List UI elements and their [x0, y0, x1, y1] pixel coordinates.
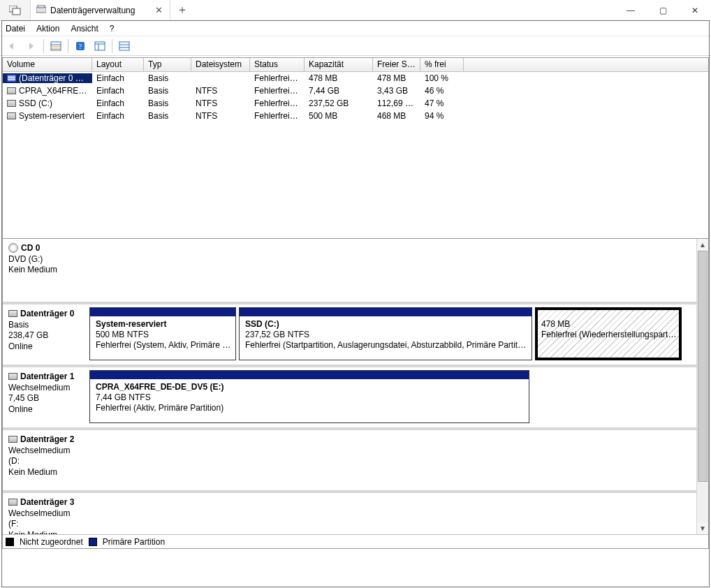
close-button[interactable]: ✕: [679, 0, 711, 20]
disk-icon: [8, 436, 17, 443]
tab-disk-management[interactable]: Datenträgerverwaltung ✕: [31, 0, 170, 20]
disk-block-cd0: CD 0DVD (G:)Kein Medium: [3, 239, 696, 302]
disk-info[interactable]: Datenträger 2Wechselmedium (D:Kein Mediu…: [3, 430, 88, 490]
partition[interactable]: CPRA_X64FRE_DE-DE_DV5 (E:)7,44 GB NTFSFe…: [89, 370, 529, 423]
col-typ[interactable]: Typ: [144, 58, 191, 71]
disk-icon: [8, 310, 17, 317]
tab-title: Datenträgerverwaltung: [50, 6, 135, 15]
minimize-button[interactable]: —: [615, 0, 647, 20]
toolbar: ?: [0, 36, 711, 56]
partition[interactable]: SSD (C:)237,52 GB NTFSFehlerfrei (Startp…: [239, 307, 532, 360]
list-button[interactable]: [117, 38, 132, 54]
drive-icon: [36, 5, 46, 15]
col-free[interactable]: Freier Sp...: [373, 58, 420, 71]
multidesktop-icon[interactable]: [0, 0, 31, 20]
new-tab-button[interactable]: ＋: [170, 0, 194, 20]
maximize-button[interactable]: ▢: [647, 0, 679, 20]
disk-map-pane: CD 0DVD (G:)Kein MediumDatenträger 0Basi…: [2, 239, 709, 549]
disk-block-2: Datenträger 2Wechselmedium (D:Kein Mediu…: [3, 427, 696, 490]
svg-text:?: ?: [79, 43, 82, 50]
svg-rect-3: [38, 5, 45, 8]
menu-file[interactable]: Datei: [6, 24, 25, 34]
vertical-scrollbar[interactable]: ▲ ▼: [696, 239, 708, 534]
view-button[interactable]: [92, 38, 108, 54]
volume-list[interactable]: Volume Layout Typ Dateisystem Status Kap…: [2, 57, 709, 239]
col-cap[interactable]: Kapazität: [305, 58, 373, 71]
back-button[interactable]: [4, 38, 20, 54]
disk-info[interactable]: CD 0DVD (G:)Kein Medium: [3, 239, 88, 302]
help-button[interactable]: ?: [73, 38, 88, 54]
partition[interactable]: 478 MBFehlerfrei (Wiederherstellungspart…: [535, 307, 682, 360]
disk-block-3: Datenträger 3Wechselmedium (F:Kein Mediu…: [3, 490, 696, 534]
menu-view[interactable]: Ansicht: [71, 24, 98, 34]
volume-list-header: Volume Layout Typ Dateisystem Status Kap…: [3, 58, 708, 72]
menu-action[interactable]: Aktion: [36, 24, 59, 34]
forward-button[interactable]: [24, 38, 39, 54]
title-bar: Datenträgerverwaltung ✕ ＋ — ▢ ✕: [0, 0, 711, 21]
swatch-primary: [89, 538, 97, 546]
disk-info[interactable]: Datenträger 1Wechselmedium7,45 GBOnline: [3, 367, 88, 427]
scroll-down-icon[interactable]: ▼: [697, 522, 708, 534]
partition[interactable]: System-reserviert500 MB NTFSFehlerfrei (…: [89, 307, 236, 360]
volume-row[interactable]: System-reserviertEinfachBasisNTFSFehlerf…: [3, 110, 708, 122]
volume-row[interactable]: SSD (C:)EinfachBasisNTFSFehlerfrei (...2…: [3, 97, 708, 110]
volume-row[interactable]: (Datenträger 0 Par...EinfachBasisFehlerf…: [3, 72, 708, 84]
col-layout[interactable]: Layout: [92, 58, 144, 71]
menu-help[interactable]: ?: [110, 24, 115, 34]
col-pct[interactable]: % frei: [420, 58, 464, 71]
close-tab-icon[interactable]: ✕: [155, 5, 163, 15]
col-status[interactable]: Status: [250, 58, 305, 71]
dvd-icon: [8, 243, 18, 253]
col-volume[interactable]: Volume: [3, 58, 92, 71]
svg-rect-10: [95, 42, 105, 50]
legend-unallocated: Nicht zugeordnet: [20, 537, 83, 547]
scrollbar-thumb[interactable]: [698, 251, 708, 482]
legend: Nicht zugeordnet Primäre Partition: [3, 534, 708, 548]
disk-icon: [8, 499, 17, 506]
swatch-unallocated: [6, 538, 14, 546]
menu-bar: Datei Aktion Ansicht ?: [0, 21, 711, 36]
disk-info[interactable]: Datenträger 3Wechselmedium (F:Kein Mediu…: [3, 493, 88, 534]
col-fs[interactable]: Dateisystem: [191, 58, 250, 71]
volume-row[interactable]: CPRA_X64FRE_DE-...EinfachBasisNTFSFehler…: [3, 84, 708, 97]
prop-button[interactable]: [48, 38, 64, 54]
svg-rect-1: [13, 8, 20, 15]
legend-primary: Primäre Partition: [103, 537, 165, 547]
disk-block-1: Datenträger 1Wechselmedium7,45 GBOnlineC…: [3, 365, 696, 427]
disk-info[interactable]: Datenträger 0Basis238,47 GBOnline: [3, 304, 88, 365]
disk-icon: [8, 373, 17, 380]
scroll-up-icon[interactable]: ▲: [697, 239, 708, 251]
svg-rect-13: [119, 42, 129, 50]
disk-block-0: Datenträger 0Basis238,47 GBOnlineSystem-…: [3, 302, 696, 365]
